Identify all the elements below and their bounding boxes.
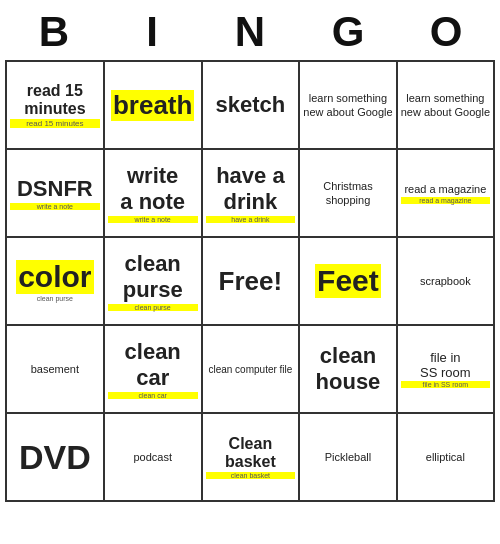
cell-g3: Feet: [299, 237, 397, 325]
cell-i1: breath: [104, 61, 202, 149]
letter-g: G: [304, 8, 392, 56]
cell-n5: Cleanbasket clean basket: [202, 413, 300, 501]
cell-b1: read 15minutes read 15 minutes: [6, 61, 104, 149]
cell-o1: learn something new about Google: [397, 61, 494, 149]
cell-b2: DSNFR write a note: [6, 149, 104, 237]
cell-b5: DVD: [6, 413, 104, 501]
cell-g2: Christmas shopping: [299, 149, 397, 237]
cell-o4: file inSS room file in SS room: [397, 325, 494, 413]
cell-n3: Free!: [202, 237, 300, 325]
cell-o3: scrapbook: [397, 237, 494, 325]
bingo-header: B I N G O: [5, 0, 495, 60]
cell-b4: basement: [6, 325, 104, 413]
letter-i: I: [108, 8, 196, 56]
cell-o2: read a magazine read a magazine: [397, 149, 494, 237]
cell-i4: cleancar clean car: [104, 325, 202, 413]
cell-g5: Pickleball: [299, 413, 397, 501]
cell-i3: cleanpurse clean purse: [104, 237, 202, 325]
letter-b: B: [10, 8, 98, 56]
cell-n4: clean computer file: [202, 325, 300, 413]
cell-n1: sketch: [202, 61, 300, 149]
letter-n: N: [206, 8, 294, 56]
cell-g1: learn something new about Google: [299, 61, 397, 149]
cell-g4: cleanhouse: [299, 325, 397, 413]
cell-n2: have adrink have a drink: [202, 149, 300, 237]
letter-o: O: [402, 8, 490, 56]
cell-o5: elliptical: [397, 413, 494, 501]
cell-b3: color clean purse: [6, 237, 104, 325]
cell-i5: podcast: [104, 413, 202, 501]
bingo-grid: read 15minutes read 15 minutes breath sk…: [5, 60, 495, 502]
cell-i2: writea note write a note: [104, 149, 202, 237]
